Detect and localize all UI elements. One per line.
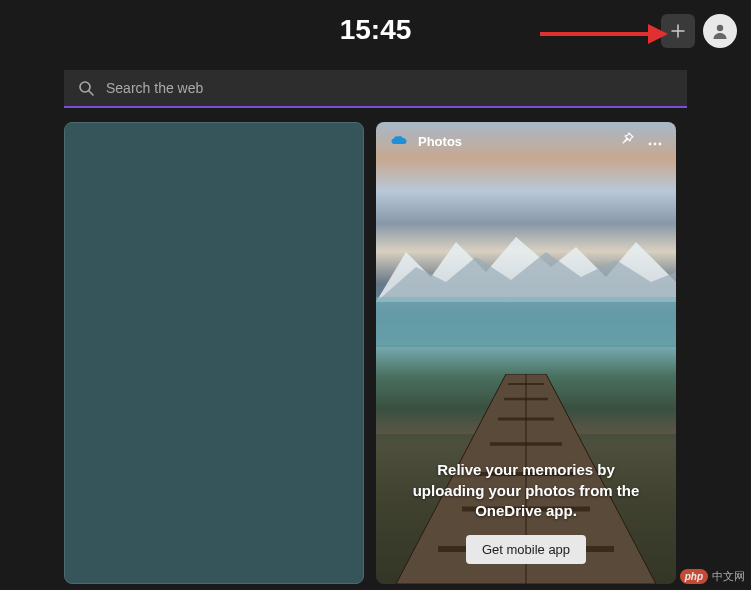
onedrive-icon	[390, 135, 408, 147]
photos-card-overlay: Relive your memories by uploading your p…	[376, 460, 676, 584]
search-icon	[78, 80, 94, 96]
svg-point-18	[649, 143, 652, 146]
svg-point-0	[717, 25, 723, 31]
search-input[interactable]	[106, 80, 673, 96]
empty-widget-card[interactable]	[64, 122, 364, 584]
svg-point-20	[659, 143, 662, 146]
mountains-decor	[376, 222, 676, 302]
svg-point-19	[654, 143, 657, 146]
photos-card-title: Photos	[418, 134, 610, 149]
search-bar[interactable]	[64, 70, 687, 108]
header: 15:45	[0, 0, 751, 60]
profile-button[interactable]	[703, 14, 737, 48]
svg-line-4	[89, 91, 93, 95]
more-button[interactable]	[648, 132, 662, 150]
lake-decor	[376, 297, 676, 347]
watermark: php 中文网	[680, 569, 745, 584]
more-icon	[648, 142, 662, 146]
add-button[interactable]	[661, 14, 695, 48]
photos-widget-card[interactable]: Photos Relive your memories by uploading…	[376, 122, 676, 584]
photos-card-actions	[620, 132, 662, 150]
pin-button[interactable]	[620, 132, 634, 150]
watermark-badge: php	[680, 569, 708, 584]
watermark-text: 中文网	[712, 569, 745, 584]
clock: 15:45	[340, 14, 412, 46]
plus-icon	[670, 23, 686, 39]
person-icon	[710, 21, 730, 41]
photos-card-header: Photos	[376, 122, 676, 160]
cards-row: Photos Relive your memories by uploading…	[0, 108, 751, 584]
photos-overlay-text: Relive your memories by uploading your p…	[400, 460, 652, 521]
pin-icon	[620, 132, 634, 146]
get-mobile-app-button[interactable]: Get mobile app	[466, 535, 586, 564]
header-actions	[661, 14, 737, 48]
